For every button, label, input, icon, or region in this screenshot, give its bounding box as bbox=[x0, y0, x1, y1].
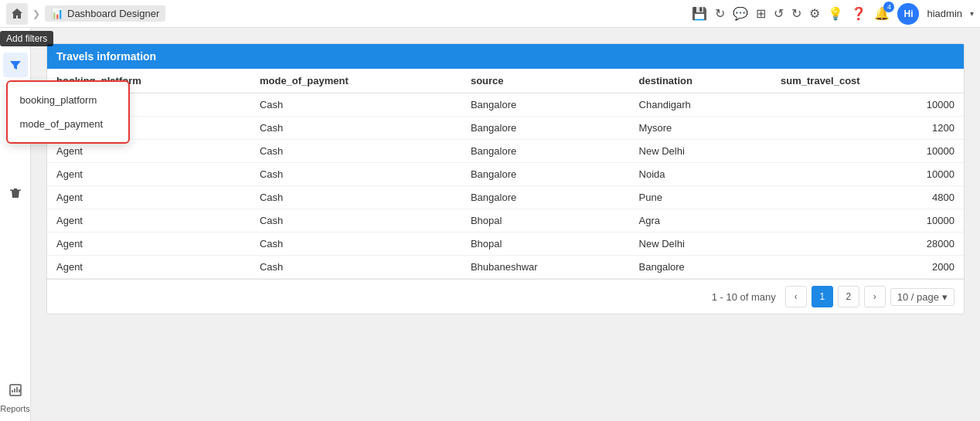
cell-destination: Chandigarh bbox=[630, 93, 771, 117]
reports-icon-button[interactable] bbox=[3, 378, 28, 402]
cell-source: Bangalore bbox=[461, 93, 630, 117]
cell-mode-of-payment: Cash bbox=[250, 209, 461, 233]
cell-source: Bangalore bbox=[461, 163, 630, 186]
col-destination: destination bbox=[630, 69, 771, 93]
cell-sum-travel-cost: 10000 bbox=[771, 163, 964, 186]
table-row: AgentCashBangaloreMysore1200 bbox=[47, 117, 964, 140]
filter-option-booking-platform[interactable]: booking_platform bbox=[8, 88, 128, 112]
cell-destination: Bangalore bbox=[630, 256, 771, 279]
per-page-selector[interactable]: 10 / page ▾ bbox=[890, 288, 954, 306]
cell-booking-platform: Agent bbox=[47, 233, 250, 256]
filter-button-container: booking_platform mode_of_payment bbox=[3, 53, 28, 77]
cell-booking-platform: Agent bbox=[47, 209, 250, 233]
save-icon[interactable]: 💾 bbox=[692, 6, 707, 21]
prev-page-button[interactable]: ‹ bbox=[785, 286, 807, 307]
cell-destination: Mysore bbox=[630, 117, 771, 140]
cell-mode-of-payment: Cash bbox=[250, 256, 461, 279]
user-avatar[interactable]: Hi bbox=[897, 3, 919, 25]
col-mode-of-payment: mode_of_payment bbox=[250, 69, 461, 93]
undo-icon[interactable]: ↺ bbox=[774, 6, 784, 21]
per-page-label: 10 / page bbox=[897, 291, 939, 303]
comment-icon[interactable]: 💬 bbox=[733, 6, 748, 21]
cell-source: Bangalore bbox=[461, 186, 630, 209]
cell-mode-of-payment: Cash bbox=[250, 93, 461, 117]
table-body: AgentCashBangaloreChandigarh10000AgentCa… bbox=[47, 93, 964, 279]
table-row: AgentCashBhubaneshwarBangalore2000 bbox=[47, 256, 964, 279]
user-name[interactable]: hiadmin bbox=[927, 8, 962, 19]
table-row: AgentCashBangaloreNoida10000 bbox=[47, 163, 964, 186]
cell-destination: New Delhi bbox=[630, 233, 771, 256]
cell-mode-of-payment: Cash bbox=[250, 163, 461, 186]
travels-table: booking_platform mode_of_payment source … bbox=[47, 69, 964, 279]
notification-bell[interactable]: 🔔 4 bbox=[874, 6, 890, 21]
cell-sum-travel-cost: 10000 bbox=[771, 93, 964, 117]
redo-icon[interactable]: ↻ bbox=[791, 6, 801, 21]
topbar-actions: 💾 ↻ 💬 ⊞ ↺ ↻ ⚙ 💡 ❓ 🔔 4 Hi hiadmin ▾ bbox=[692, 3, 974, 25]
sidebar-bottom: Reports bbox=[0, 378, 30, 413]
cell-sum-travel-cost: 10000 bbox=[771, 209, 964, 233]
table-row: AgentCashBangaloreNew Delhi10000 bbox=[47, 140, 964, 163]
table-row: AgentCashBangalorePune4800 bbox=[47, 186, 964, 209]
cell-mode-of-payment: Cash bbox=[250, 140, 461, 163]
cell-mode-of-payment: Cash bbox=[250, 233, 461, 256]
breadcrumb-chevron: ❯ bbox=[32, 8, 40, 19]
col-source: source bbox=[461, 69, 630, 93]
travels-table-card: Travels information booking_platform mod… bbox=[46, 43, 965, 314]
refresh-icon[interactable]: ↻ bbox=[715, 6, 725, 21]
table-row: AgentCashBhopalAgra10000 bbox=[47, 209, 964, 233]
cell-sum-travel-cost: 10000 bbox=[771, 140, 964, 163]
cell-source: Bhubaneshwar bbox=[461, 256, 630, 279]
svg-rect-0 bbox=[10, 190, 21, 192]
cell-booking-platform: Agent bbox=[47, 163, 250, 186]
content-area: Travels information booking_platform mod… bbox=[31, 28, 980, 421]
cell-mode-of-payment: Cash bbox=[250, 117, 461, 140]
filter-option-mode-of-payment[interactable]: mode_of_payment bbox=[8, 112, 128, 136]
table-title: Travels information bbox=[47, 44, 964, 69]
cell-booking-platform: Agent bbox=[47, 186, 250, 209]
cell-destination: Agra bbox=[630, 209, 771, 233]
cell-destination: New Delhi bbox=[630, 140, 771, 163]
page-2-button[interactable]: 2 bbox=[838, 286, 859, 307]
delete-button[interactable] bbox=[3, 181, 28, 205]
grid-icon[interactable]: ⊞ bbox=[756, 6, 766, 21]
help-icon[interactable]: ❓ bbox=[851, 6, 866, 21]
cell-source: Bangalore bbox=[461, 140, 630, 163]
cell-booking-platform: Agent bbox=[47, 256, 250, 279]
home-button[interactable] bbox=[6, 3, 28, 25]
cell-sum-travel-cost: 1200 bbox=[771, 117, 964, 140]
filter-button[interactable] bbox=[3, 53, 28, 77]
cell-mode-of-payment: Cash bbox=[250, 186, 461, 209]
notification-count: 4 bbox=[883, 2, 894, 12]
reports-label[interactable]: Reports bbox=[0, 404, 30, 413]
lightbulb-icon[interactable]: 💡 bbox=[828, 6, 843, 21]
cell-source: Bhopal bbox=[461, 209, 630, 233]
topbar: ❯ 📊 Dashboard Designer 💾 ↻ 💬 ⊞ ↺ ↻ ⚙ 💡 ❓… bbox=[0, 0, 980, 28]
next-page-button[interactable]: › bbox=[864, 286, 886, 307]
cell-source: Bangalore bbox=[461, 117, 630, 140]
table-row: AgentCashBhopalNew Delhi28000 bbox=[47, 233, 964, 256]
cell-source: Bhopal bbox=[461, 233, 630, 256]
table-head: booking_platform mode_of_payment source … bbox=[47, 69, 964, 93]
pagination: 1 - 10 of many ‹ 1 2 › 10 / page ▾ bbox=[47, 279, 964, 314]
user-dropdown-arrow[interactable]: ▾ bbox=[970, 9, 974, 18]
page-info: 1 - 10 of many bbox=[712, 291, 776, 303]
settings-icon[interactable]: ⚙ bbox=[809, 6, 820, 21]
filter-dropdown: booking_platform mode_of_payment bbox=[6, 80, 130, 144]
per-page-arrow: ▾ bbox=[942, 291, 948, 303]
cell-sum-travel-cost: 2000 bbox=[771, 256, 964, 279]
table-wrapper: booking_platform mode_of_payment source … bbox=[47, 69, 964, 279]
sidebar: Add filters booking_platform mode_of_pay… bbox=[0, 28, 31, 421]
table-row: AgentCashBangaloreChandigarh10000 bbox=[47, 93, 964, 117]
page-1-button[interactable]: 1 bbox=[812, 286, 833, 307]
col-sum-travel-cost: sum_travel_cost bbox=[771, 69, 964, 93]
cell-sum-travel-cost: 4800 bbox=[771, 186, 964, 209]
main-area: Add filters booking_platform mode_of_pay… bbox=[0, 28, 980, 421]
cell-destination: Noida bbox=[630, 163, 771, 186]
dashboard-designer-title[interactable]: 📊 Dashboard Designer bbox=[45, 5, 165, 22]
designer-icon: 📊 bbox=[51, 8, 63, 19]
cell-destination: Pune bbox=[630, 186, 771, 209]
cell-sum-travel-cost: 28000 bbox=[771, 233, 964, 256]
